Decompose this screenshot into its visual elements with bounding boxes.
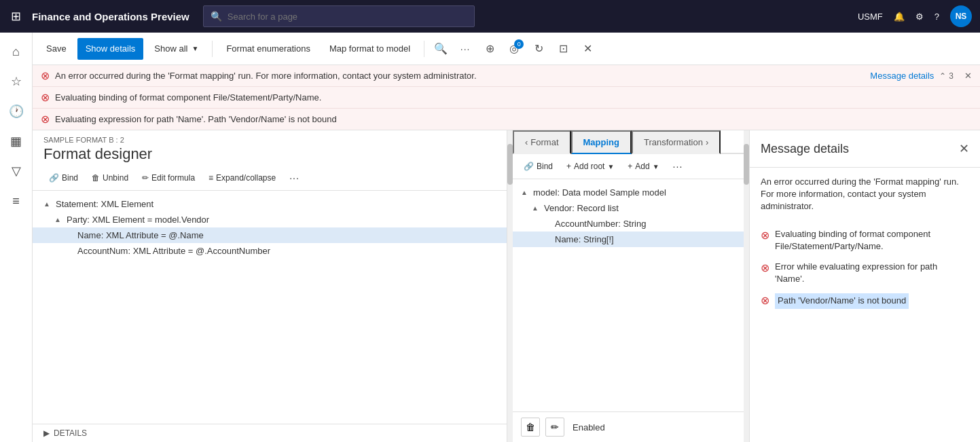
more-tools-button[interactable]: ··· [284,168,305,187]
error-row-3: ⊗ Evaluating expression for path 'Name'.… [33,109,980,130]
map-format-button[interactable]: Map format to model [321,38,418,60]
sidebar-workspace-icon[interactable]: ▦ [3,128,30,155]
breadcrumb: SAMPLE FORMAT B : 2 [43,136,496,144]
designer-area: SAMPLE FORMAT B : 2 Format designer 🔗 Bi… [33,130,980,442]
page-title: Format designer [43,145,496,163]
delete-button[interactable]: 🗑 [521,418,540,437]
message-close-button[interactable]: ✕ [959,141,969,156]
mapping-more-icon: ··· [673,161,683,172]
add-root-icon: + [566,162,571,171]
show-all-chevron-icon: ▼ [192,45,199,52]
format-scrollbar[interactable] [507,130,513,442]
details-section[interactable]: ▶ DETAILS [33,424,507,442]
details-label: DETAILS [54,428,87,438]
left-sidebar: ⌂ ☆ 🕐 ▦ ▽ ≡ [0,33,33,442]
message-header: Message details ✕ [750,130,980,168]
msg-error-text-2: Error while evaluating expression for pa… [775,261,969,285]
mapping-item-name[interactable]: Name: String[!] [513,232,744,247]
message-details-link[interactable]: Message details [870,71,934,81]
error-row-2: ⊗ Evaluating binding of format component… [33,87,980,109]
search-toolbar-icon[interactable]: 🔍 [430,38,452,60]
error-icon-3: ⊗ [41,113,50,126]
message-details-panel: Message details ✕ An error occurred duri… [749,130,980,442]
msg-error-icon-2: ⊗ [761,261,769,274]
unbind-icon: 🗑 [92,173,100,183]
sidebar-list-icon[interactable]: ≡ [3,187,30,215]
bookmark-icon[interactable]: ⊕ [479,38,501,60]
format-enumerations-button[interactable]: Format enumerations [218,38,319,60]
tab-format-prev-icon: ‹ [525,137,528,147]
help-icon[interactable]: ? [934,12,939,22]
sidebar-home-icon[interactable]: ⌂ [3,38,30,65]
close-toolbar-icon[interactable]: ✕ [577,38,598,60]
mapping-bind-button[interactable]: 🔗 Bind [518,157,558,176]
error-icon-1: ⊗ [41,69,50,82]
top-nav: ⊞ Finance and Operations Preview 🔍 USMF … [0,0,980,33]
notification-icon[interactable]: 🔔 [894,12,905,22]
bind-button[interactable]: 🔗 Bind [43,168,84,187]
edit-formula-button[interactable]: ✏ Edit formula [137,168,200,187]
avatar[interactable]: NS [950,5,972,27]
sidebar-recent-icon[interactable]: 🕐 [3,98,30,125]
settings-icon[interactable]: ⚙ [915,12,924,22]
show-all-button[interactable]: Show all ▼ [146,38,206,60]
grid-menu-icon[interactable]: ⊞ [8,6,24,26]
mapping-more-button[interactable]: ··· [668,157,689,176]
tab-transformation[interactable]: Transformation › [632,130,721,154]
vendor-arrow-icon: ▲ [532,204,540,212]
open-icon[interactable]: ⊡ [552,38,574,60]
msg-error-highlighted: Path 'Vendor/Name' is not bound [775,293,909,308]
format-tree: ▲ Statement: XML Element ▲ Party: XML El… [33,191,507,424]
search-input[interactable] [228,12,467,22]
message-body: An error occurred during the 'Format map… [750,168,980,321]
tab-format[interactable]: ‹ Format [513,130,571,154]
error-close-icon[interactable]: ✕ [964,71,972,81]
message-description: An error occurred during the 'Format map… [761,176,969,213]
save-button[interactable]: Save [38,38,75,60]
tab-mapping[interactable]: Mapping [571,130,632,154]
mapping-toolbar: 🔗 Bind + Add root ▼ + Add ▼ ··· [513,154,744,179]
message-error-1: ⊗ Evaluating binding of format component… [761,224,969,257]
show-details-button[interactable]: Show details [77,38,144,60]
error-text-2: Evaluating binding of format component F… [55,92,972,103]
message-title: Message details [761,142,959,156]
sidebar-filter-icon[interactable]: ▽ [3,158,30,185]
tree-item-name[interactable]: Name: XML Attribute = @.Name [33,227,507,243]
add-button[interactable]: + Add ▼ [622,157,664,176]
add-root-button[interactable]: + Add root ▼ [561,157,619,176]
show-all-label: Show all [154,43,187,54]
panel-header: SAMPLE FORMAT B : 2 Format designer [33,130,507,166]
mapping-bottom: 🗑 ✏ Enabled [513,411,744,442]
error-row-1: ⊗ An error occurred during the 'Format m… [33,65,980,87]
tree-item-statement[interactable]: ▲ Statement: XML Element [33,196,507,212]
tree-item-party[interactable]: ▲ Party: XML Element = model.Vendor [33,212,507,227]
msg-error-icon-3: ⊗ [761,294,769,307]
msg-error-text-1: Evaluating binding of format component F… [775,228,969,253]
add-icon: + [628,162,632,171]
mapping-scrollbar[interactable] [744,130,749,442]
nav-right: USMF 🔔 ⚙ ? NS [858,5,972,27]
mapping-item-vendor[interactable]: ▲ Vendor: Record list [513,200,744,216]
sidebar-favorite-icon[interactable]: ☆ [3,68,30,95]
mapping-item-accountnumber[interactable]: AccountNumber: String [513,216,744,232]
edit-button[interactable]: ✏ [545,418,564,437]
refresh-icon[interactable]: ↻ [528,38,549,60]
mapping-tree: ▲ model: Data model Sample model ▲ Vendo… [513,179,744,411]
bind-icon: 🔗 [49,173,59,183]
details-arrow-icon: ▶ [43,428,50,438]
search-box[interactable]: 🔍 [203,5,475,27]
unbind-button[interactable]: 🗑 Unbind [86,168,134,187]
tree-item-accountnum[interactable]: AccountNum: XML Attribute = @.AccountNum… [33,243,507,259]
format-scrollbar-thumb[interactable] [507,144,513,185]
add-root-chevron-icon: ▼ [607,163,614,170]
expand-collapse-button[interactable]: ≡ Expand/collapse [203,168,281,187]
mapping-scrollbar-thumb[interactable] [744,144,749,185]
message-error-2: ⊗ Error while evaluating expression for … [761,257,969,289]
mapping-item-model[interactable]: ▲ model: Data model Sample model [513,185,744,200]
model-arrow-icon: ▲ [521,189,529,196]
edit-formula-icon: ✏ [142,173,149,183]
search-icon: 🔍 [211,11,222,22]
environment-label: USMF [858,12,883,22]
badge-button[interactable]: ◎ 0 [503,38,525,60]
more-options-icon[interactable]: ··· [454,38,476,60]
